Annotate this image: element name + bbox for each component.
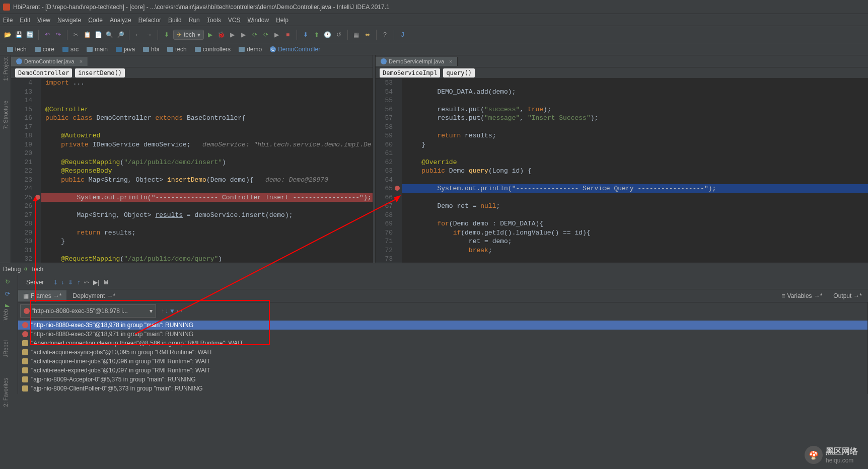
- left-gutter[interactable]: 4131415161718192021222324252627282930313…: [11, 79, 41, 263]
- thread-item[interactable]: "ajp-nio-8009-ClientPoller-0"@5,373 in g…: [18, 384, 867, 393]
- right-code[interactable]: DEMO_DATA.add(demo); results.put("succes…: [402, 79, 868, 263]
- variables-tab[interactable]: ≡Variables→*: [776, 290, 827, 301]
- crumb-src[interactable]: src: [58, 45, 83, 54]
- menu-help[interactable]: Help: [276, 17, 288, 24]
- tab-demoserviceimpl[interactable]: DemoServiceImpl.java ×: [376, 57, 458, 66]
- save-icon[interactable]: 💾: [14, 30, 23, 39]
- thread-item[interactable]: "Abandoned connection cleanup thread"@8,…: [18, 339, 867, 348]
- debug-label[interactable]: Debug: [3, 266, 21, 273]
- vcs-history-icon[interactable]: 🕐: [323, 30, 332, 39]
- editor-crumb-class[interactable]: DemoController: [15, 68, 72, 77]
- rerun-icon[interactable]: ↻: [5, 278, 13, 286]
- open-icon[interactable]: 📂: [3, 30, 12, 39]
- menu-refactor[interactable]: Refactor: [138, 17, 161, 24]
- vcs-commit-icon[interactable]: ⬆: [312, 30, 321, 39]
- menu-code[interactable]: Code: [88, 17, 103, 24]
- back-icon[interactable]: ←: [133, 30, 142, 39]
- filter-icon[interactable]: ▼: [169, 307, 175, 315]
- prev-frame-icon[interactable]: ↑: [161, 307, 164, 315]
- thread-item[interactable]: "activiti-acquire-async-jobs"@10,095 in …: [18, 348, 867, 357]
- crumb-tech[interactable]: tech: [3, 45, 31, 54]
- crumb-java[interactable]: java: [112, 45, 139, 54]
- navigation-bar: tech core src main java hbi tech control…: [0, 43, 868, 55]
- attach-icon[interactable]: ▶: [272, 30, 281, 39]
- thread-item[interactable]: "activiti-acquire-timer-jobs"@10,096 in …: [18, 357, 867, 366]
- help-icon[interactable]: ?: [381, 30, 390, 39]
- redo-icon[interactable]: ↷: [54, 30, 63, 39]
- menu-edit[interactable]: Edit: [20, 17, 30, 24]
- jrebel-run-icon[interactable]: ⟳: [250, 30, 259, 39]
- menu-build[interactable]: Build: [168, 17, 182, 24]
- step-over-icon[interactable]: ⤵: [54, 279, 57, 286]
- thread-item[interactable]: "ajp-nio-8009-Acceptor-0"@5,375 in group…: [18, 375, 867, 384]
- menu-analyze[interactable]: Analyze: [110, 17, 131, 24]
- tool-web[interactable]: Web: [3, 309, 9, 320]
- editor-crumb-method[interactable]: insertDemo(): [75, 68, 125, 77]
- tool-favorites[interactable]: 2: Favorites: [3, 378, 9, 407]
- crumb-core[interactable]: core: [31, 45, 58, 54]
- server-tab[interactable]: Server: [21, 277, 49, 288]
- menu-window[interactable]: Window: [247, 17, 269, 24]
- step-out-icon[interactable]: ↑: [77, 279, 80, 286]
- menu-run[interactable]: Run: [189, 17, 200, 24]
- tool-jrebel[interactable]: JRebel: [3, 340, 9, 357]
- sync-icon[interactable]: 🔄: [25, 30, 34, 39]
- replace-icon[interactable]: 🔎: [116, 30, 125, 39]
- run-configuration-dropdown[interactable]: ✈ tech ▾: [173, 30, 204, 40]
- evaluate-icon[interactable]: 🖩: [103, 279, 109, 286]
- close-tab-icon[interactable]: ×: [80, 58, 83, 64]
- coverage-icon[interactable]: ▶: [228, 30, 237, 39]
- jrebel-debug-icon[interactable]: ⟳: [261, 30, 270, 39]
- forward-icon[interactable]: →: [144, 30, 154, 39]
- frames-tab[interactable]: ▦Frames→*: [18, 290, 66, 301]
- menu-navigate[interactable]: Navigate: [57, 17, 81, 24]
- right-gutter[interactable]: 5354555657585960616263646566676869707172…: [376, 79, 402, 263]
- sd-icon[interactable]: ⬌: [363, 30, 372, 39]
- vcs-update-icon[interactable]: ⬇: [301, 30, 310, 39]
- deployment-tab[interactable]: Deployment→*: [67, 290, 120, 301]
- close-tab-icon[interactable]: ×: [449, 58, 452, 64]
- watermark-logo: 🍄: [805, 446, 823, 464]
- editor-crumb-class[interactable]: DemoServiceImpl: [380, 68, 440, 77]
- force-step-icon[interactable]: ⇓: [68, 279, 73, 286]
- tool-project[interactable]: 1: Project: [3, 57, 9, 81]
- thread-dropdown[interactable]: "http-nio-8080-exec-35"@18,978 i... ▾: [20, 304, 156, 318]
- menu-file[interactable]: File: [3, 17, 13, 24]
- jr-icon[interactable]: J: [398, 30, 407, 39]
- crumb-controllers[interactable]: controllers: [191, 45, 235, 54]
- stop-icon[interactable]: ■: [283, 30, 293, 39]
- thread-item[interactable]: "http-nio-8080-exec-35"@18,978 in group …: [18, 321, 867, 330]
- crumb-demo[interactable]: demo: [235, 45, 266, 54]
- next-frame-icon[interactable]: ↓: [165, 307, 168, 315]
- editor-crumb-method[interactable]: query(): [443, 68, 475, 77]
- cut-icon[interactable]: ✂: [71, 30, 81, 39]
- run-icon[interactable]: ▶: [206, 30, 215, 39]
- crumb-hbi[interactable]: hbi: [139, 45, 163, 54]
- crumb-main[interactable]: main: [83, 45, 112, 54]
- drop-frame-icon[interactable]: ⤺: [84, 279, 89, 286]
- crumb-tech2[interactable]: tech: [163, 45, 191, 54]
- build-icon[interactable]: ⬇: [162, 30, 171, 39]
- copy-icon[interactable]: 📋: [83, 30, 92, 39]
- find-icon[interactable]: 🔍: [105, 30, 114, 39]
- thread-item[interactable]: "activiti-reset-expired-jobs"@10,097 in …: [18, 366, 867, 375]
- refresh-icon[interactable]: ⟳: [5, 290, 13, 298]
- step-into-icon[interactable]: ↓: [61, 279, 64, 286]
- vcs-revert-icon[interactable]: ↺: [334, 30, 343, 39]
- paste-icon[interactable]: 📄: [94, 30, 103, 39]
- profile-icon[interactable]: ▶: [239, 30, 248, 39]
- menu-vcs[interactable]: VCS: [228, 17, 241, 24]
- undo-icon[interactable]: ↶: [43, 30, 52, 39]
- menu-view[interactable]: View: [37, 17, 50, 24]
- crumb-class[interactable]: CDemoController: [266, 45, 324, 54]
- left-code[interactable]: import ...@Controllerpublic class DemoCo…: [41, 79, 373, 263]
- structure-icon[interactable]: ▦: [352, 30, 361, 39]
- output-tab[interactable]: Output→*: [828, 290, 867, 301]
- more-icon[interactable]: ⋯: [176, 307, 182, 315]
- menu-tools[interactable]: Tools: [207, 17, 221, 24]
- debug-icon[interactable]: 🐞: [217, 30, 226, 39]
- tool-structure[interactable]: 7: Structure: [3, 101, 9, 129]
- thread-item[interactable]: "http-nio-8080-exec-32"@18,971 in group …: [18, 330, 867, 339]
- tab-democontroller[interactable]: DemoController.java ×: [11, 57, 88, 66]
- run-to-cursor-icon[interactable]: ▶|: [93, 279, 99, 286]
